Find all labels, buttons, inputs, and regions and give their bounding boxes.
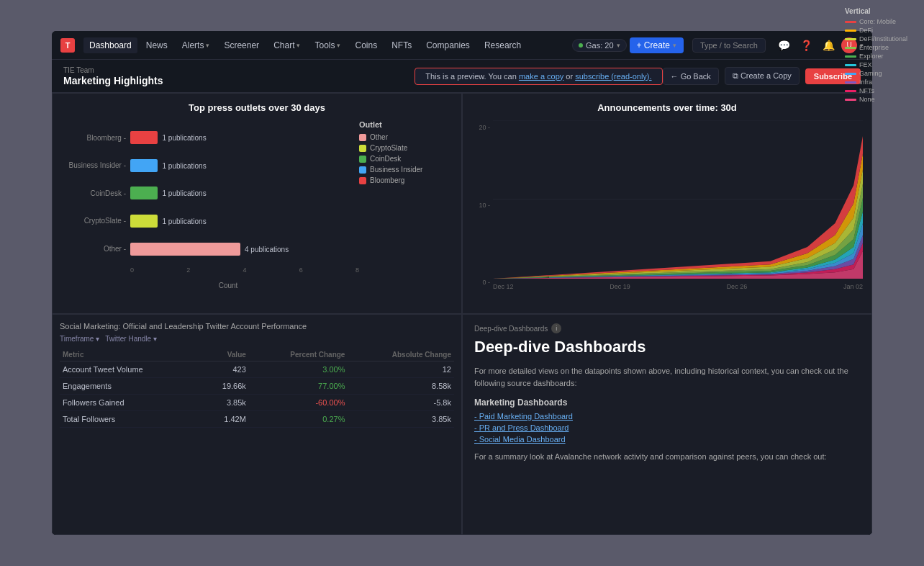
bar-row-coindesk: CoinDesk - 1 publications	[61, 183, 359, 203]
row-engagements: Engagements 19.66k 77.00% 8.58k	[60, 378, 454, 395]
chat-icon[interactable]: 💬	[774, 40, 794, 51]
social-table: Metric Value Percent Change Absolute Cha…	[60, 349, 454, 428]
legend-title: Outlet	[359, 120, 453, 129]
col-pct-change: Percent Change	[249, 349, 348, 361]
search-input[interactable]: Type / to Search	[692, 38, 766, 53]
social-panel: Social Marketing: Official and Leadershi…	[52, 314, 462, 535]
timeframe-filter[interactable]: Timeframe ▾	[60, 335, 99, 343]
press-chart-area: Bloomberg - 1 publications Business Insi…	[61, 120, 453, 293]
breadcrumb-area: TIE Team Marketing Highlights	[63, 66, 415, 86]
deepdive-panel: Deep-dive Dashboards i Deep-dive Dashboa…	[462, 314, 872, 535]
gas-badge: Gas: 20 ▾	[572, 39, 627, 52]
y-axis: 20 - 10 - 0 -	[471, 120, 493, 300]
announce-panel: Announcements over time: 30d 20 - 10 - 0…	[462, 93, 872, 314]
deepdive-footer: For a summary look at Avalanche network …	[474, 451, 860, 463]
gas-status-icon	[579, 43, 583, 48]
nav-research[interactable]: Research	[479, 37, 527, 53]
nav-news[interactable]: News	[140, 37, 173, 53]
social-title: Social Marketing: Official and Leadershi…	[60, 322, 454, 331]
top-nav: T Dashboard News Alerts ▾ Screener Chart…	[52, 31, 872, 60]
nav-coins[interactable]: Coins	[349, 37, 383, 53]
filter-row: Timeframe ▾ Twitter Handle ▾	[60, 335, 454, 343]
deepdive-title: Deep-dive Dashboards	[474, 338, 860, 356]
x-axis: 0 2 4 6 8	[61, 266, 359, 274]
paid-marketing-link[interactable]: - Paid Marketing Dashboard	[474, 412, 860, 421]
chevron-down-icon: ▾	[337, 42, 340, 49]
table-header-row: Metric Value Percent Change Absolute Cha…	[60, 349, 454, 361]
press-panel: Top press outlets over 30 days Bloomberg…	[52, 93, 462, 314]
chevron-down-icon: ▾	[206, 42, 209, 49]
create-button[interactable]: + Create ▾	[630, 37, 684, 53]
x-axis-label: Count	[61, 282, 359, 289]
bar-other	[130, 243, 240, 256]
legend-color-other	[359, 134, 366, 141]
app-window: T Dashboard News Alerts ▾ Screener Chart…	[52, 31, 872, 535]
legend-color-cryptoslate	[359, 145, 366, 152]
bar-row-business-insider: Business Insider - 1 publications	[61, 156, 359, 176]
team-label: TIE Team	[63, 66, 415, 74]
nav-companies[interactable]: Companies	[420, 37, 476, 53]
deepdive-section-title: Marketing Dashboards	[474, 397, 860, 408]
row-tweet-volume: Account Tweet Volume 423 3.00% 12	[60, 361, 454, 378]
v-legend-none: None	[845, 96, 872, 103]
bar-row-other: Other - 4 publications	[61, 239, 359, 259]
preview-banner: This is a preview. You can make a copy o…	[415, 68, 662, 85]
bar-cryptoslate	[130, 215, 158, 228]
bar-bloomberg	[130, 131, 158, 144]
create-copy-button[interactable]: ⧉ Create a Copy	[725, 67, 800, 85]
x-axis-labels: Dec 12 Dec 19 Dec 26 Jan 02	[493, 283, 863, 290]
nav-alerts[interactable]: Alerts ▾	[176, 37, 216, 53]
legend-coindesk: CoinDesk	[359, 155, 453, 163]
go-back-button[interactable]: ← Go Back	[663, 68, 719, 85]
legend-color-bloomberg	[359, 177, 366, 184]
announce-panel-title: Announcements over time: 30d	[471, 102, 863, 113]
chevron-down-icon: ▾	[296, 42, 300, 49]
bar-coindesk	[130, 187, 158, 199]
bar-row-cryptoslate: CryptoSlate - 1 publications	[61, 211, 359, 231]
vertical-legend: Vertical Core: Mobile DeFi DeFi/Institut…	[845, 93, 872, 104]
sub-header: TIE Team Marketing Highlights This is a …	[52, 60, 872, 93]
subscribe-link[interactable]: subscribe (read-only).	[575, 72, 651, 81]
nav-chart[interactable]: Chart ▾	[268, 37, 306, 53]
sub-actions: ← Go Back ⧉ Create a Copy Subscribe	[663, 67, 861, 85]
announce-chart-area: Dec 12 Dec 19 Dec 26 Jan 02	[493, 120, 863, 300]
bar-row-bloomberg: Bloomberg - 1 publications	[61, 127, 359, 148]
bar-business-insider	[130, 159, 158, 172]
row-followers-gained: Followers Gained 3.85k -60.00% -5.8k	[60, 395, 454, 411]
deepdive-description: For more detailed views on the datapoint…	[474, 365, 860, 389]
make-copy-link[interactable]: make a copy	[519, 72, 563, 81]
twitter-handle-filter[interactable]: Twitter Handle ▾	[105, 335, 157, 343]
page-title: Marketing Highlights	[63, 75, 415, 86]
col-metric: Metric	[60, 349, 201, 361]
legend-color-coindesk	[359, 156, 366, 163]
press-legend: Outlet Other CryptoSlate CoinDesk	[359, 120, 453, 293]
legend-color-business-insider	[359, 166, 366, 174]
nav-screener[interactable]: Screener	[218, 37, 265, 53]
row-total-followers: Total Followers 1.42M 0.27% 3.85k	[60, 411, 454, 428]
press-panel-title: Top press outlets over 30 days	[61, 102, 453, 113]
notification-icon[interactable]: 🔔	[819, 40, 838, 51]
legend-bloomberg: Bloomberg	[359, 176, 453, 184]
info-icon: i	[551, 323, 561, 333]
chevron-down-icon: ▾	[617, 42, 620, 49]
logo-icon: T	[60, 38, 75, 53]
pr-press-link[interactable]: - PR and Press Dashboard	[474, 423, 860, 432]
nav-nfts[interactable]: NFTs	[386, 37, 417, 53]
help-icon[interactable]: ❓	[797, 40, 816, 51]
deepdive-header: Deep-dive Dashboards i	[474, 323, 860, 333]
legend-other: Other	[359, 133, 453, 141]
announce-chart-wrapper: 20 - 10 - 0 -	[471, 120, 863, 300]
legend-business-insider: Business Insider	[359, 166, 453, 174]
nav-dashboard[interactable]: Dashboard	[83, 37, 137, 53]
social-media-link[interactable]: - Social Media Dashboard	[474, 435, 860, 444]
col-value: Value	[201, 349, 249, 361]
nav-tools[interactable]: Tools ▾	[309, 37, 346, 53]
bar-chart: Bloomberg - 1 publications Business Insi…	[61, 120, 359, 293]
announce-svg	[493, 120, 863, 279]
main-content: Top press outlets over 30 days Bloomberg…	[52, 93, 872, 535]
legend-cryptoslate: CryptoSlate	[359, 144, 453, 152]
col-abs-change: Absolute Change	[348, 349, 454, 361]
v-legend-nfts: NFTs	[845, 93, 872, 94]
chevron-down-icon: ▾	[673, 42, 676, 49]
